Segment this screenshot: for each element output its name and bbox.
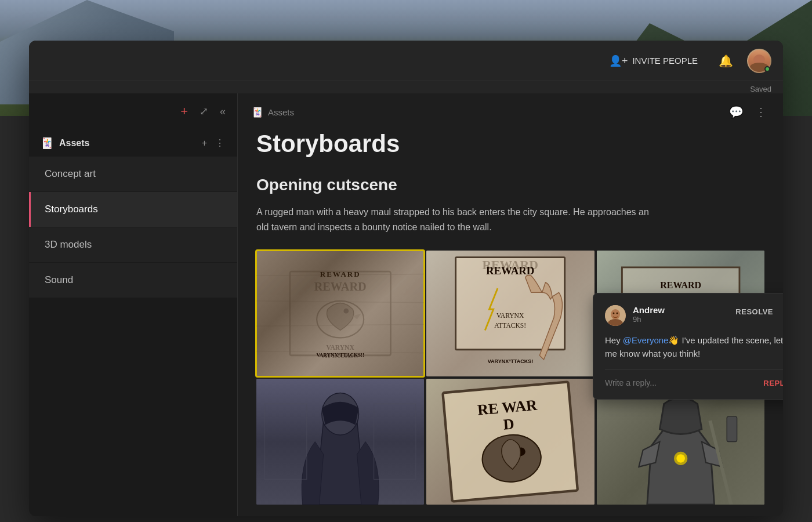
resolve-button[interactable]: RESOLVE: [735, 307, 773, 316]
sidebar-section-title: 🃏 Assets: [41, 137, 89, 150]
sidebar: + ⤢ « 🃏 Assets + ⋮ Concept art: [29, 93, 238, 516]
comment-action-button[interactable]: 💬: [727, 103, 746, 121]
section-description: A rugged man with a heavy maul strapped …: [256, 205, 662, 234]
sidebar-item-concept-art[interactable]: Concept art: [29, 157, 237, 191]
sidebar-item-3d-models[interactable]: 3D models: [29, 227, 237, 262]
sidebar-item-sound[interactable]: Sound: [29, 263, 237, 298]
section-add-button[interactable]: +: [201, 136, 208, 150]
user-avatar-container: [747, 49, 771, 73]
svg-text:VARYNX: VARYNX: [496, 312, 524, 320]
svg-rect-29: [727, 416, 737, 441]
storyboard-image-2[interactable]: REWARD REWARD VARYNX ATTACKS!: [426, 251, 594, 376]
svg-text:D: D: [503, 416, 515, 434]
svg-point-33: [613, 313, 615, 314]
comment-text-prefix: Hey: [605, 335, 623, 345]
storyboard-image-5[interactable]: RE WAR D: [426, 379, 594, 505]
top-bar-actions: 👤+ INVITE PEOPLE 🔔: [602, 49, 771, 73]
sidebar-section-header: 🃏 Assets + ⋮: [29, 129, 237, 157]
comment-actions: RESOLVE ⋮: [735, 305, 783, 318]
comment-text: Hey @Everyone👋 I've updated the scene, l…: [605, 334, 783, 360]
comment-mention: @Everyone: [623, 335, 669, 345]
breadcrumb-icon: 🃏: [252, 107, 263, 118]
content-top-bar: 🃏 Assets 💬 ⋮: [238, 93, 783, 130]
saved-text: Saved: [750, 85, 771, 93]
assets-icon: 🃏: [41, 137, 53, 150]
storyboard-image-4[interactable]: [256, 379, 424, 505]
sidebar-items: Concept art Storyboards 3D models Sound: [29, 157, 237, 516]
svg-text:ATTACKS!: ATTACKS!: [495, 322, 527, 329]
top-bar: 👤+ INVITE PEOPLE 🔔: [29, 41, 783, 81]
notifications-button[interactable]: 🔔: [714, 49, 738, 72]
content-actions: 💬 ⋮: [727, 103, 769, 121]
page-title: Storyboards: [256, 130, 764, 157]
sidebar-toolbar: + ⤢ «: [29, 93, 237, 129]
sketch-lines-2: REWARD REWARD VARYNX ATTACKS!: [426, 251, 594, 376]
saved-area: Saved: [29, 81, 783, 93]
more-action-button[interactable]: ⋮: [753, 103, 769, 121]
main-layout: + ⤢ « 🃏 Assets + ⋮ Concept art: [29, 93, 783, 516]
add-button[interactable]: +: [178, 103, 190, 120]
app-window: 👤+ INVITE PEOPLE 🔔 Saved + ⤢ «: [29, 41, 783, 516]
online-status-dot: [764, 66, 770, 72]
comment-time: 9h: [633, 315, 735, 324]
sketch-lines-4: [256, 379, 424, 505]
comment-author: Andrew: [633, 305, 735, 315]
svg-point-31: [611, 309, 620, 320]
invite-people-button[interactable]: 👤+ INVITE PEOPLE: [602, 50, 705, 72]
sidebar-item-storyboards[interactable]: Storyboards: [29, 192, 237, 227]
collapse-button[interactable]: «: [217, 104, 228, 119]
svg-rect-20: [374, 404, 416, 480]
assets-label: Assets: [59, 138, 89, 148]
svg-text:REWARD: REWARD: [486, 264, 535, 277]
comment-avatar-image: [605, 305, 626, 326]
svg-line-9: [256, 351, 424, 353]
reply-area: REPLY: [605, 369, 783, 387]
svg-text:VARYNX: VARYNX: [327, 344, 355, 351]
comment-meta: Andrew 9h: [633, 305, 735, 324]
svg-rect-19: [264, 404, 306, 480]
section-menu-button[interactable]: ⋮: [214, 136, 226, 150]
add-person-icon: 👤+: [609, 55, 628, 67]
comment-panel: Andrew 9h RESOLVE ⋮ Hey @Everyone👋 I've …: [593, 293, 783, 400]
content-area: 🃏 Assets 💬 ⋮ Storyboards Opening cutscen…: [238, 93, 783, 516]
svg-text:REWARD: REWARD: [314, 281, 367, 293]
storyboard-image-1[interactable]: REWARD VARYNX ATTACKS!!: [256, 251, 424, 376]
comment-more-button[interactable]: ⋮: [779, 305, 783, 318]
svg-point-3: [343, 309, 349, 314]
svg-text:REWARD: REWARD: [660, 280, 701, 290]
sketch-lines-1: REWARD VARYNX ATTACKS!!: [256, 251, 424, 376]
svg-text:ATTACKS!!: ATTACKS!!: [322, 353, 358, 360]
svg-point-27: [676, 455, 684, 463]
reply-button[interactable]: REPLY: [763, 379, 783, 387]
svg-point-34: [617, 313, 618, 314]
bell-icon: 🔔: [719, 55, 733, 67]
sketch-lines-5: RE WAR D: [426, 379, 594, 505]
content-body: Storyboards Opening cutscene A rugged ma…: [238, 130, 783, 516]
comment-header: Andrew 9h RESOLVE ⋮: [605, 305, 783, 326]
expand-button[interactable]: ⤢: [197, 104, 211, 119]
breadcrumb: 🃏 Assets: [252, 107, 294, 118]
invite-label: INVITE PEOPLE: [632, 56, 698, 66]
reply-input[interactable]: [605, 378, 763, 387]
sidebar-section-actions: + ⋮: [201, 136, 226, 150]
breadcrumb-label: Assets: [268, 107, 294, 117]
svg-line-6: [256, 274, 424, 276]
section-heading: Opening cutscene: [256, 176, 764, 194]
comment-avatar: [605, 305, 626, 326]
